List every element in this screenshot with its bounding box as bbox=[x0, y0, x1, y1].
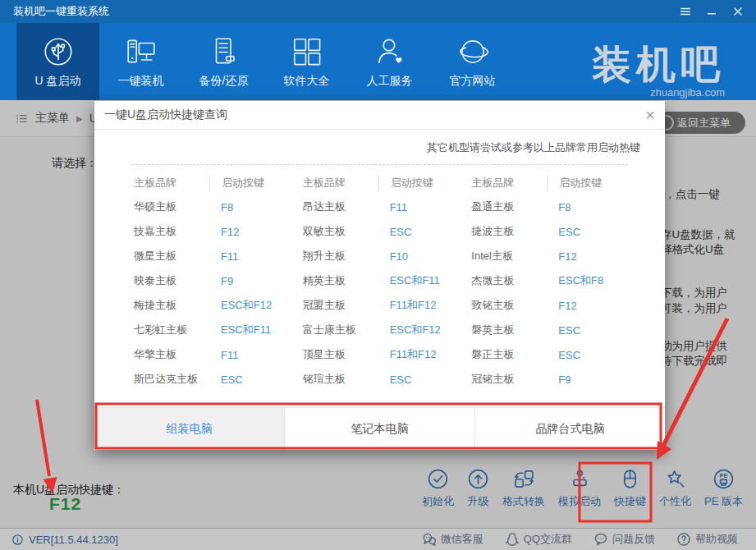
key-cell: ESC和F11 bbox=[378, 273, 440, 288]
hotkey-table-group: 主板品牌启动按键昂达主板F11双敏主板ESC翔升主板F10精英主板ESC和F11… bbox=[303, 172, 472, 392]
nav-item-backup-restore[interactable]: 备份/还原 bbox=[182, 23, 265, 100]
table-row: 富士康主板ESC和F12 bbox=[303, 318, 472, 342]
table-row: 杰微主板ESC和F8 bbox=[471, 268, 640, 293]
column-header-key: 启动按键 bbox=[209, 176, 264, 190]
brand-cell: 磐正主板 bbox=[471, 347, 547, 362]
nav-item-official-website[interactable]: 官方网站 bbox=[431, 23, 514, 100]
table-row: 双敏主板ESC bbox=[303, 219, 472, 244]
key-cell: F8 bbox=[547, 201, 570, 213]
brand-cell: 双敏主板 bbox=[303, 224, 378, 239]
column-header-brand: 主板品牌 bbox=[134, 176, 209, 190]
person-icon bbox=[373, 34, 407, 69]
modal-tabs: 组装电脑笔记本电脑品牌台式电脑 bbox=[94, 407, 665, 450]
close-button[interactable] bbox=[731, 5, 745, 18]
key-cell: ESC bbox=[378, 374, 412, 386]
brand-cell: 翔升主板 bbox=[303, 249, 378, 264]
divider bbox=[131, 164, 628, 165]
tab-assembled-pc[interactable]: 组装电脑 bbox=[94, 408, 284, 450]
titlebar: 装机吧一键重装系统 bbox=[0, 0, 756, 23]
logo-text: 装机吧 bbox=[592, 44, 725, 84]
column-header-key: 启动按键 bbox=[378, 176, 433, 190]
nav-item-label: 官方网站 bbox=[450, 74, 496, 89]
brand-logo: 装机吧 zhuangjiba.com bbox=[592, 44, 725, 99]
key-cell: ESC bbox=[547, 324, 580, 337]
nav-item-software-collection[interactable]: 软件大全 bbox=[265, 23, 348, 100]
table-row: 昂达主板F11 bbox=[303, 195, 472, 219]
key-cell: ESC bbox=[209, 374, 243, 386]
hotkey-table: 主板品牌启动按键华硕主板F8技嘉主板F12微星主板F11映泰主板F9梅捷主板ES… bbox=[134, 172, 640, 392]
brand-cell: Intel主板 bbox=[471, 249, 547, 264]
nav-items: U 盘启动一键装机备份/还原软件大全人工服务官方网站 bbox=[16, 23, 514, 100]
dialog-close-button[interactable]: × bbox=[645, 107, 655, 123]
brand-cell: 铭瑄主板 bbox=[303, 372, 378, 387]
table-row: 磐英主板ESC bbox=[471, 318, 640, 342]
brand-cell: 冠铭主板 bbox=[471, 372, 547, 387]
table-row: 七彩虹主板ESC和F11 bbox=[134, 318, 303, 342]
key-cell: ESC和F11 bbox=[209, 323, 271, 337]
logo-domain: zhuangjiba.com bbox=[592, 86, 725, 99]
brand-cell: 斯巴达克主板 bbox=[134, 372, 209, 387]
column-header-key: 启动按键 bbox=[547, 176, 602, 190]
key-cell: ESC和F8 bbox=[547, 273, 603, 288]
table-row: 捷波主板ESC bbox=[471, 219, 640, 244]
table-row: 技嘉主板F12 bbox=[134, 219, 303, 244]
dialog-header: 一键U盘启动快捷键查询 × bbox=[94, 101, 665, 130]
key-cell: F12 bbox=[547, 250, 576, 263]
brand-cell: 微星主板 bbox=[134, 249, 209, 264]
table-row: 铭瑄主板ESC bbox=[303, 367, 472, 392]
nav-bar: U 盘启动一键装机备份/还原软件大全人工服务官方网站 装机吧 zhuangjib… bbox=[0, 23, 756, 100]
key-cell: F12 bbox=[209, 226, 239, 238]
nav-item-label: 备份/还原 bbox=[199, 74, 249, 89]
usb-icon bbox=[41, 34, 76, 69]
table-header-row: 主板品牌启动按键 bbox=[471, 172, 640, 195]
brand-cell: 华硕主板 bbox=[134, 199, 209, 214]
key-cell: F11 bbox=[209, 349, 238, 361]
brand-cell: 致铭主板 bbox=[471, 298, 547, 313]
brand-cell: 盈通主板 bbox=[471, 199, 547, 214]
globe-icon bbox=[456, 34, 490, 69]
brand-cell: 映泰主板 bbox=[134, 273, 209, 288]
backup-icon bbox=[207, 34, 241, 69]
brand-cell: 磐英主板 bbox=[471, 323, 547, 337]
brand-cell: 技嘉主板 bbox=[134, 224, 209, 239]
key-cell: ESC bbox=[547, 226, 580, 238]
brand-cell: 昂达主板 bbox=[303, 199, 378, 214]
nav-item-label: U 盘启动 bbox=[35, 74, 81, 89]
table-row: 华擎主板F11 bbox=[134, 342, 303, 367]
table-row: 磐正主板ESC bbox=[471, 342, 640, 367]
column-header-brand: 主板品牌 bbox=[303, 176, 378, 190]
minimize-button[interactable] bbox=[705, 5, 718, 18]
brand-cell: 捷波主板 bbox=[471, 224, 547, 239]
apps-icon bbox=[290, 34, 324, 69]
window-controls bbox=[679, 5, 745, 18]
table-row: 映泰主板F9 bbox=[134, 268, 303, 293]
key-cell: ESC bbox=[378, 226, 412, 238]
nav-item-label: 一键装机 bbox=[118, 74, 164, 89]
tab-brand-desktop[interactable]: 品牌台式电脑 bbox=[474, 408, 665, 450]
brand-cell: 顶星主板 bbox=[303, 347, 378, 362]
hotkey-table-group: 主板品牌启动按键盈通主板F8捷波主板ESCIntel主板F12杰微主板ESC和F… bbox=[471, 172, 640, 392]
table-row: 翔升主板F10 bbox=[303, 244, 472, 268]
table-row: 华硕主板F8 bbox=[134, 195, 303, 219]
key-cell: F11和F12 bbox=[378, 347, 437, 362]
key-cell: ESC和F12 bbox=[209, 298, 272, 313]
table-row: 梅捷主板ESC和F12 bbox=[134, 293, 303, 318]
menu-button[interactable] bbox=[679, 5, 692, 18]
nav-item-label: 人工服务 bbox=[367, 74, 413, 89]
brand-cell: 富士康主板 bbox=[303, 323, 378, 337]
table-row: 盈通主板F8 bbox=[471, 195, 640, 219]
tab-laptop[interactable]: 笔记本电脑 bbox=[284, 408, 474, 450]
table-row: 冠盟主板F11和F12 bbox=[303, 293, 472, 318]
column-header-brand: 主板品牌 bbox=[471, 176, 547, 190]
table-row: 冠铭主板F9 bbox=[471, 367, 640, 392]
brand-cell: 七彩虹主板 bbox=[134, 323, 209, 337]
table-header-row: 主板品牌启动按键 bbox=[134, 172, 303, 195]
nav-item-human-support[interactable]: 人工服务 bbox=[348, 23, 431, 100]
nav-item-label: 软件大全 bbox=[284, 74, 330, 89]
key-cell: F10 bbox=[378, 250, 408, 263]
key-cell: F11和F12 bbox=[378, 298, 437, 313]
table-row: 微星主板F11 bbox=[134, 244, 303, 268]
pc-icon bbox=[124, 34, 158, 69]
nav-item-one-key-install[interactable]: 一键装机 bbox=[99, 23, 182, 100]
nav-item-usb-boot[interactable]: U 盘启动 bbox=[16, 23, 99, 100]
